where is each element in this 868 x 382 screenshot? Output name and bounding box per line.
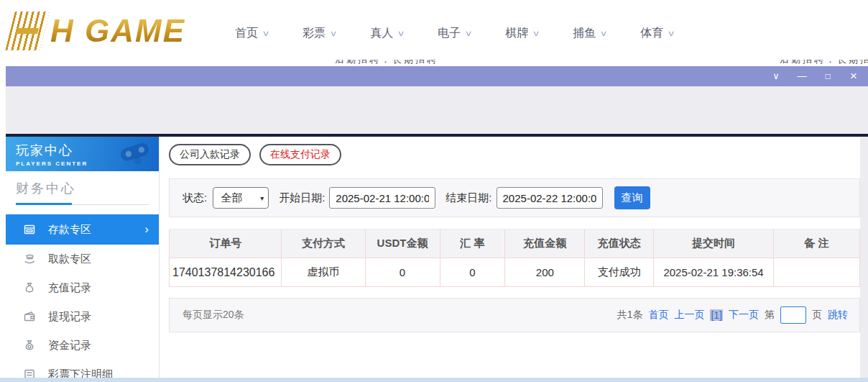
close-icon[interactable]: × xyxy=(848,66,859,86)
start-date-input[interactable] xyxy=(329,187,435,209)
cell-submit-time: 2025-02-21 19:36:54 xyxy=(654,258,774,287)
sidebar-header: 玩家中心 PLAYERS CENTER xyxy=(6,137,159,171)
nav-item-fishing[interactable]: 捕鱼 ∨ xyxy=(573,26,606,41)
nav-item-label: 捕鱼 xyxy=(573,26,596,41)
nav-item-label: 彩票 xyxy=(303,26,326,41)
sidebar-item-withdraw-record[interactable]: 提现记录 xyxy=(6,302,159,331)
sidebar: 玩家中心 PLAYERS CENTER 财务中心 xyxy=(6,137,160,378)
sidebar-menu: 存款专区 › 取款专区 充值记录 xyxy=(6,214,159,382)
current-page-indicator: [1] xyxy=(710,309,723,321)
dropdown-chevron-icon[interactable]: ∨ xyxy=(770,66,782,86)
chevron-down-icon: ∨ xyxy=(600,29,608,38)
nav-item-label: 电子 xyxy=(438,26,461,41)
record-tabs: 公司入款记录 在线支付记录 xyxy=(169,144,341,165)
column-header-recharge-status: 充值状态 xyxy=(585,229,654,258)
column-header-rate: 汇 率 xyxy=(440,229,505,258)
main-nav: 首页 ∨ 彩票 ∨ 真人 ∨ 电子 ∨ 棋牌 ∨ 捕鱼 ∨ xyxy=(235,0,674,66)
nav-item-label: 真人 xyxy=(370,26,393,41)
search-button[interactable]: 查询 xyxy=(614,186,650,209)
pagination-controls: 共1条 首页 上一页 [1] 下一页 第 页 跳转 xyxy=(617,306,848,324)
end-date-label: 结束日期: xyxy=(445,191,491,205)
nav-item-slots[interactable]: 电子 ∨ xyxy=(438,26,471,41)
nav-item-lottery[interactable]: 彩票 ∨ xyxy=(303,26,336,41)
column-header-recharge-amount: 充值金额 xyxy=(505,229,585,258)
status-label: 状态: xyxy=(183,191,207,205)
tab-company-deposit-records[interactable]: 公司入款记录 xyxy=(169,144,251,165)
first-page-link[interactable]: 首页 xyxy=(648,309,668,322)
sidebar-item-recharge-record[interactable]: 充值记录 xyxy=(6,273,159,302)
money-bag-icon xyxy=(23,281,36,294)
cell-order-no: 1740137814230166 xyxy=(170,258,282,287)
nav-item-home[interactable]: 首页 ∨ xyxy=(235,26,269,41)
jump-page-input[interactable] xyxy=(780,306,806,324)
site-header: H GAME 首页 ∨ 彩票 ∨ 真人 ∨ 电子 ∨ 棋牌 ∨ xyxy=(0,0,868,66)
nav-item-chess[interactable]: 棋牌 ∨ xyxy=(505,26,539,41)
chevron-down-icon: ∨ xyxy=(397,29,405,38)
nav-item-sports[interactable]: 体育 ∨ xyxy=(640,26,674,41)
app-window: H GAME 首页 ∨ 彩票 ∨ 真人 ∨ 电子 ∨ 棋牌 ∨ xyxy=(0,0,868,382)
sidebar-item-label: 取款专区 xyxy=(48,253,91,266)
hand-coins-icon xyxy=(23,253,36,265)
money-bag-coin-icon xyxy=(23,339,36,352)
cell-remark xyxy=(773,258,859,287)
table-row: 1740137814230166 虚拟币 0 0 200 支付成功 2025-0… xyxy=(170,258,860,287)
chevron-right-icon: › xyxy=(144,222,149,237)
logo-text: H GAME xyxy=(50,12,185,50)
total-count-text: 共1条 xyxy=(617,309,643,322)
sidebar-item-withdraw[interactable]: 取款专区 xyxy=(6,245,159,273)
sidebar-item-deposit[interactable]: 存款专区 › xyxy=(6,214,159,245)
content-panel: 公司入款记录 在线支付记录 状态: 全部 ▾ 开始日期: 结束日期: 查询 xyxy=(160,137,860,378)
logo-stripes-icon xyxy=(5,12,49,50)
cell-recharge-amount: 200 xyxy=(505,258,585,287)
prev-page-link[interactable]: 上一页 xyxy=(674,309,704,322)
ticker-text: 后勤招聘：长期招聘 xyxy=(335,60,435,66)
cell-recharge-status: 支付成功 xyxy=(585,258,654,287)
column-header-submit-time: 提交时间 xyxy=(654,229,774,258)
column-header-remark: 备 注 xyxy=(773,229,859,258)
minimize-icon[interactable]: — xyxy=(796,66,808,86)
window-bottom-edge xyxy=(0,378,868,382)
status-select-value: 全部 xyxy=(221,191,242,205)
next-page-link[interactable]: 下一页 xyxy=(729,309,759,322)
nav-item-label: 棋牌 xyxy=(505,26,528,41)
cell-rate: 0 xyxy=(440,258,505,287)
column-header-pay-method: 支付方式 xyxy=(282,229,365,258)
sidebar-section-title: 财务中心 xyxy=(16,180,149,197)
deposit-machine-icon xyxy=(23,223,36,236)
wallet-icon xyxy=(23,310,36,323)
chevron-down-icon: ∨ xyxy=(329,29,337,38)
filter-bar: 状态: 全部 ▾ 开始日期: 结束日期: 查询 xyxy=(169,178,860,217)
cell-pay-method: 虚拟币 xyxy=(282,258,365,287)
logo-hh-game[interactable]: H GAME xyxy=(10,12,185,50)
jump-suffix-label: 页 xyxy=(812,309,822,322)
end-date-input[interactable] xyxy=(497,187,603,209)
chevron-down-icon: ∨ xyxy=(668,29,675,38)
section-divider xyxy=(16,204,149,205)
player-center-window: 玩家中心 PLAYERS CENTER 财务中心 xyxy=(6,137,868,378)
ticker-text: 后勤招聘：长期招聘 xyxy=(780,60,868,66)
chevron-down-icon: ∨ xyxy=(262,29,269,38)
jump-button[interactable]: 跳转 xyxy=(828,309,848,322)
window-controls: ∨ — □ × xyxy=(770,66,859,86)
select-arrow-icon: ▾ xyxy=(260,194,264,202)
payment-records-table: 订单号 支付方式 USDT金额 汇 率 充值金额 充值状态 提交时间 备 注 1… xyxy=(169,229,860,287)
column-header-usdt-amount: USDT金额 xyxy=(365,229,440,258)
status-select[interactable]: 全部 ▾ xyxy=(213,187,269,209)
chevron-down-icon: ∨ xyxy=(532,29,540,38)
cell-usdt-amount: 0 xyxy=(365,258,440,287)
sidebar-item-label: 提现记录 xyxy=(48,310,91,324)
nav-item-live[interactable]: 真人 ∨ xyxy=(370,26,404,41)
sidebar-item-label: 存款专区 xyxy=(48,223,91,237)
empty-band xyxy=(6,86,868,134)
page-size-text: 每页显示20条 xyxy=(183,309,244,322)
window-right-edge xyxy=(860,137,868,378)
start-date-label: 开始日期: xyxy=(279,191,325,205)
sidebar-item-funds-record[interactable]: 资金记录 xyxy=(6,331,159,360)
chevron-down-icon: ∨ xyxy=(465,29,473,38)
window-titlebar[interactable]: ∨ — □ × xyxy=(6,66,868,86)
pagination-bar: 每页显示20条 共1条 首页 上一页 [1] 下一页 第 页 跳转 xyxy=(169,298,860,332)
jump-prefix-label: 第 xyxy=(765,309,775,322)
sidebar-item-label: 资金记录 xyxy=(48,339,91,353)
tab-online-payment-records[interactable]: 在线支付记录 xyxy=(259,144,341,165)
maximize-icon[interactable]: □ xyxy=(822,66,834,86)
